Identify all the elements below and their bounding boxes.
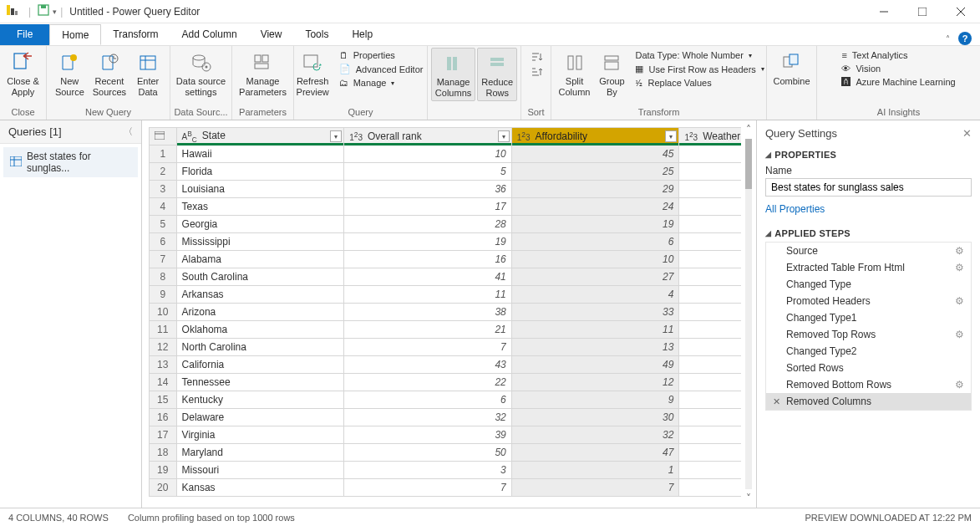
advanced-editor-button[interactable]: 📄Advanced Editor xyxy=(336,63,427,75)
scroll-down-icon[interactable]: ˅ xyxy=(746,493,751,504)
cell-affordability[interactable]: 19 xyxy=(511,216,679,233)
data-source-settings-button[interactable]: Data source settings xyxy=(173,48,229,100)
help-icon[interactable]: ? xyxy=(958,32,972,45)
cell-state[interactable]: Delaware xyxy=(176,409,344,426)
minimize-button[interactable] xyxy=(865,0,903,23)
applied-steps-heading[interactable]: ◢APPLIED STEPS xyxy=(765,228,972,238)
cell-affordability[interactable]: 32 xyxy=(511,426,679,444)
cell-rank[interactable]: 10 xyxy=(344,146,512,163)
cell-state[interactable]: Missouri xyxy=(176,462,344,479)
table-row[interactable]: 14Tennessee221214 xyxy=(150,374,742,391)
vision-button[interactable]: 👁Vision xyxy=(838,63,958,74)
close-apply-button[interactable]: Close & Apply xyxy=(3,48,43,100)
table-row[interactable]: 19Missouri3119 xyxy=(150,462,742,479)
table-row[interactable]: 6Mississippi1966 xyxy=(150,233,742,251)
new-source-button[interactable]: New Source xyxy=(52,48,88,100)
tab-home[interactable]: Home xyxy=(49,24,101,45)
close-button[interactable] xyxy=(942,0,980,23)
cell-weather[interactable]: 16 xyxy=(679,409,741,426)
cell-rank[interactable]: 16 xyxy=(344,251,512,268)
sort-desc-button[interactable] xyxy=(527,64,546,78)
cell-rank[interactable]: 41 xyxy=(344,268,512,286)
col-header-weather[interactable]: 123Weather▾ xyxy=(679,128,741,146)
scrollbar-thumb[interactable] xyxy=(745,139,752,189)
col-header-state[interactable]: ABCState▾ xyxy=(176,128,344,146)
applied-step[interactable]: Sorted Rows xyxy=(766,360,971,376)
row-number[interactable]: 15 xyxy=(150,391,177,409)
cell-rank[interactable]: 28 xyxy=(344,216,512,233)
cell-rank[interactable]: 19 xyxy=(344,233,512,251)
row-number[interactable]: 4 xyxy=(150,198,177,216)
recent-sources-button[interactable]: Recent Sources xyxy=(89,48,129,100)
cell-affordability[interactable]: 27 xyxy=(511,268,679,286)
table-row[interactable]: 3Louisiana36293 xyxy=(150,181,742,198)
cell-weather[interactable]: 18 xyxy=(679,444,741,462)
row-number[interactable]: 19 xyxy=(150,462,177,479)
applied-step[interactable]: ✕Removed Columns xyxy=(766,393,971,410)
maximize-button[interactable] xyxy=(903,0,942,23)
table-row[interactable]: 2Florida5252 xyxy=(150,163,742,181)
tab-file[interactable]: File xyxy=(0,24,49,45)
cell-rank[interactable]: 7 xyxy=(344,479,512,497)
cell-affordability[interactable]: 33 xyxy=(511,304,679,321)
cell-state[interactable]: Kansas xyxy=(176,479,344,497)
cell-weather[interactable]: 7 xyxy=(679,251,741,268)
row-number[interactable]: 3 xyxy=(150,181,177,198)
manage-columns-button[interactable]: Manage Columns xyxy=(431,48,475,101)
row-number[interactable]: 7 xyxy=(150,251,177,268)
tab-transform[interactable]: Transform xyxy=(101,24,170,45)
gear-icon[interactable]: ⚙ xyxy=(955,379,964,391)
cell-affordability[interactable]: 24 xyxy=(511,198,679,216)
table-row[interactable]: 13California434913 xyxy=(150,356,742,374)
col-header-affordability[interactable]: 123Affordability▾ xyxy=(511,128,679,146)
cell-state[interactable]: Mississippi xyxy=(176,233,344,251)
row-number[interactable]: 10 xyxy=(150,304,177,321)
cell-weather[interactable]: 19 xyxy=(679,462,741,479)
combine-button[interactable]: Combine xyxy=(769,48,813,89)
cell-rank[interactable]: 22 xyxy=(344,374,512,391)
cell-affordability[interactable]: 1 xyxy=(511,462,679,479)
row-number[interactable]: 14 xyxy=(150,374,177,391)
split-column-button[interactable]: Split Column xyxy=(556,48,594,100)
cell-state[interactable]: Kentucky xyxy=(176,391,344,409)
applied-step[interactable]: Promoted Headers⚙ xyxy=(766,293,971,309)
data-type-button[interactable]: Data Type: Whole Number▾ xyxy=(632,49,760,61)
cell-weather[interactable]: 12 xyxy=(679,339,741,356)
gear-icon[interactable]: ⚙ xyxy=(955,245,964,257)
delete-step-icon[interactable]: ✕ xyxy=(773,396,780,407)
cell-rank[interactable]: 11 xyxy=(344,286,512,304)
cell-affordability[interactable]: 11 xyxy=(511,321,679,339)
cell-weather[interactable]: 6 xyxy=(679,233,741,251)
row-number[interactable]: 1 xyxy=(150,146,177,163)
cell-weather[interactable]: 17 xyxy=(679,426,741,444)
all-properties-link[interactable]: All Properties xyxy=(765,203,972,215)
cell-rank[interactable]: 38 xyxy=(344,304,512,321)
row-number[interactable]: 12 xyxy=(150,339,177,356)
table-row[interactable]: 8South Carolina41278 xyxy=(150,268,742,286)
row-number[interactable]: 6 xyxy=(150,233,177,251)
tab-add-column[interactable]: Add Column xyxy=(170,24,249,45)
cell-rank[interactable]: 50 xyxy=(344,444,512,462)
cell-state[interactable]: Arkansas xyxy=(176,286,344,304)
cell-rank[interactable]: 6 xyxy=(344,391,512,409)
table-row[interactable]: 11Oklahoma211111 xyxy=(150,321,742,339)
table-row[interactable]: 15Kentucky6915 xyxy=(150,391,742,409)
applied-step[interactable]: Removed Bottom Rows⚙ xyxy=(766,376,971,393)
cell-state[interactable]: North Carolina xyxy=(176,339,344,356)
cell-affordability[interactable]: 13 xyxy=(511,339,679,356)
cell-affordability[interactable]: 6 xyxy=(511,233,679,251)
cell-weather[interactable]: 13 xyxy=(679,356,741,374)
table-row[interactable]: 9Arkansas1149 xyxy=(150,286,742,304)
cell-affordability[interactable]: 10 xyxy=(511,251,679,268)
cell-affordability[interactable]: 9 xyxy=(511,391,679,409)
row-number[interactable]: 18 xyxy=(150,444,177,462)
cell-rank[interactable]: 7 xyxy=(344,339,512,356)
cell-rank[interactable]: 17 xyxy=(344,198,512,216)
tab-help[interactable]: Help xyxy=(340,24,384,45)
gear-icon[interactable]: ⚙ xyxy=(955,329,964,340)
cell-state[interactable]: Oklahoma xyxy=(176,321,344,339)
titlebar-dropdown-icon[interactable]: ▾ xyxy=(53,8,57,16)
cell-affordability[interactable]: 7 xyxy=(511,479,679,497)
row-number[interactable]: 9 xyxy=(150,286,177,304)
cell-weather[interactable]: 8 xyxy=(679,268,741,286)
